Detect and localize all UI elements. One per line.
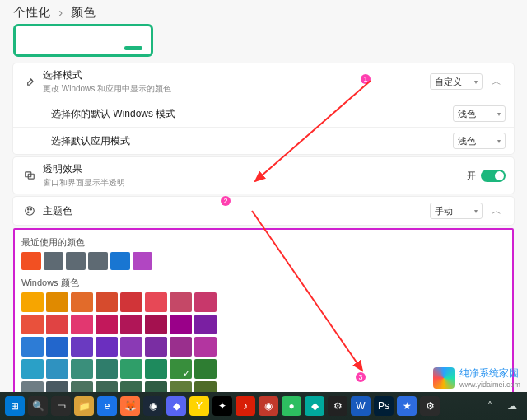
- color-swatch[interactable]: [71, 337, 93, 357]
- color-swatch[interactable]: [21, 292, 44, 312]
- watermark-title: 纯净系统家园: [459, 366, 520, 380]
- edge-icon[interactable]: e: [97, 396, 117, 416]
- svg-point-2: [26, 207, 35, 216]
- accent-dropdown[interactable]: 手动 ▾: [430, 203, 483, 219]
- row-accent[interactable]: 主题色 手动 ▾ ︿: [13, 197, 514, 225]
- color-swatch[interactable]: [46, 315, 68, 334]
- firefox-icon[interactable]: 🦊: [120, 396, 140, 416]
- color-swatch[interactable]: [120, 315, 142, 334]
- color-swatch[interactable]: [120, 359, 142, 379]
- transparency-title: 透明效果: [43, 162, 467, 176]
- app-mode-dropdown[interactable]: 浅色 ▾: [453, 133, 506, 149]
- gear-dark-icon[interactable]: ⚙: [328, 396, 347, 416]
- color-swatch[interactable]: [120, 337, 142, 357]
- color-swatch[interactable]: [96, 337, 118, 357]
- section-accent: 主题色 手动 ▾ ︿: [13, 197, 514, 225]
- capcut-icon[interactable]: ✦: [212, 396, 232, 416]
- color-swatch[interactable]: [145, 292, 167, 312]
- color-swatch[interactable]: [145, 359, 167, 379]
- accent-title: 主题色: [43, 204, 430, 218]
- color-swatch[interactable]: [21, 359, 44, 379]
- color-swatch[interactable]: [145, 337, 167, 357]
- recent-color-swatch[interactable]: [88, 252, 108, 270]
- color-swatch[interactable]: [46, 337, 68, 357]
- taskview-icon[interactable]: ▭: [51, 396, 71, 416]
- word-icon[interactable]: W: [351, 396, 371, 416]
- color-swatch[interactable]: [71, 292, 93, 312]
- row-transparency[interactable]: 透明效果 窗口和界面显示半透明 开: [13, 157, 514, 194]
- expand-chevron[interactable]: ︿: [487, 72, 506, 91]
- toggle-track: [481, 170, 506, 182]
- recent-colors-row: [21, 252, 506, 270]
- windows-mode-dropdown[interactable]: 浅色 ▾: [453, 105, 506, 122]
- recent-color-swatch[interactable]: [66, 252, 86, 270]
- evernote-icon[interactable]: ●: [282, 396, 301, 416]
- color-swatch[interactable]: [46, 292, 68, 312]
- color-swatch[interactable]: [21, 315, 44, 334]
- color-swatch[interactable]: [170, 359, 192, 379]
- recent-color-swatch[interactable]: [133, 252, 152, 270]
- discord-icon[interactable]: ◆: [166, 396, 186, 416]
- watermark-logo-icon: [433, 367, 455, 389]
- color-swatch[interactable]: [46, 359, 68, 379]
- breadcrumb-current: 颜色: [71, 5, 96, 19]
- chevron-down-icon: ▾: [497, 110, 501, 118]
- theme-preview: [13, 24, 153, 57]
- color-swatch[interactable]: [170, 337, 192, 357]
- brush-icon: [21, 76, 38, 87]
- row-choose-mode[interactable]: 选择模式 更改 Windows 和应用中显示的颜色 自定义 ▾ ︿: [13, 63, 514, 100]
- transparency-toggle[interactable]: 开: [467, 170, 506, 182]
- mode-dropdown[interactable]: 自定义 ▾: [430, 73, 483, 90]
- explorer-icon[interactable]: 📁: [74, 396, 94, 416]
- annotation-badge-3: 3: [356, 372, 366, 382]
- breadcrumb-parent[interactable]: 个性化: [13, 5, 50, 19]
- windows-mode-label: 选择你的默认 Windows 模式: [51, 107, 453, 121]
- section-choose-mode: 选择模式 更改 Windows 和应用中显示的颜色 自定义 ▾ ︿ 选择你的默认…: [13, 63, 514, 154]
- svg-point-4: [30, 209, 31, 210]
- annotation-badge-1: 1: [361, 74, 371, 84]
- transparency-subtitle: 窗口和界面显示半透明: [43, 177, 467, 189]
- steam-icon[interactable]: ◉: [143, 396, 163, 416]
- annotation-badge-2: 2: [221, 196, 231, 206]
- color-swatch[interactable]: [120, 292, 142, 312]
- recent-colors-label: 最近使用的颜色: [21, 236, 506, 249]
- color-swatch[interactable]: [96, 359, 118, 379]
- choose-mode-subtitle: 更改 Windows 和应用中显示的颜色: [43, 83, 430, 95]
- color-swatch[interactable]: [194, 359, 217, 379]
- app-teal-icon[interactable]: ◆: [305, 396, 324, 416]
- search-icon[interactable]: 🔍: [28, 396, 48, 416]
- color-swatch[interactable]: [71, 359, 93, 379]
- breadcrumb: 个性化 › 颜色: [0, 0, 527, 24]
- tray-chevron-icon[interactable]: ˄: [480, 396, 500, 416]
- color-swatch[interactable]: [96, 315, 118, 334]
- tray-cloud-icon[interactable]: ☁: [502, 396, 522, 416]
- recent-color-swatch[interactable]: [21, 252, 41, 270]
- recent-color-swatch[interactable]: [44, 252, 63, 270]
- color-swatch[interactable]: [21, 337, 44, 357]
- chevron-down-icon: ▾: [497, 138, 501, 145]
- color-swatch[interactable]: [96, 292, 118, 312]
- netease-icon[interactable]: ♪: [236, 396, 255, 416]
- section-transparency: 透明效果 窗口和界面显示半透明 开: [13, 157, 514, 194]
- system-tray[interactable]: ˄ ☁: [480, 396, 522, 416]
- color-swatch[interactable]: [194, 337, 217, 357]
- app-y-icon[interactable]: Y: [189, 396, 209, 416]
- color-swatch[interactable]: [170, 315, 192, 334]
- svg-point-3: [28, 209, 29, 210]
- settings-icon[interactable]: ⚙: [420, 396, 440, 416]
- app-red-icon[interactable]: ◉: [259, 396, 278, 416]
- app-blue-icon[interactable]: ★: [397, 396, 417, 416]
- color-swatch[interactable]: [71, 315, 93, 334]
- preview-accent-bar: [124, 46, 142, 50]
- start-icon[interactable]: ⊞: [5, 396, 25, 416]
- photoshop-icon[interactable]: Ps: [374, 396, 394, 416]
- color-swatch[interactable]: [145, 315, 167, 334]
- row-app-mode: 选择默认应用模式 浅色 ▾: [13, 127, 514, 154]
- recent-color-swatch[interactable]: [110, 252, 130, 270]
- watermark-url: www.yidaimei.com: [459, 380, 520, 389]
- color-swatch[interactable]: [170, 292, 192, 312]
- row-windows-mode: 选择你的默认 Windows 模式 浅色 ▾: [13, 100, 514, 127]
- color-swatch[interactable]: [194, 292, 217, 312]
- color-swatch[interactable]: [194, 315, 217, 334]
- expand-chevron[interactable]: ︿: [487, 202, 506, 220]
